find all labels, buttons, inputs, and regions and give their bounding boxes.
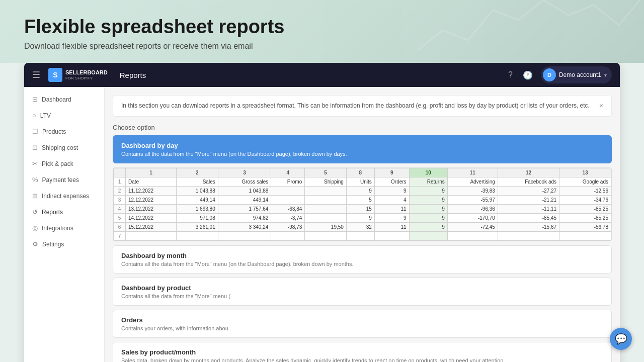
col-header-8: 8 (346, 168, 374, 177)
col-header-1: 1 (126, 168, 177, 177)
col-header-rownum (114, 168, 126, 177)
option-dashboard-by-product[interactable]: Dashboard by product Contains all the da… (113, 278, 612, 306)
col-header-9: 9 (374, 168, 409, 177)
nav-icons: ? 🕐 D Demo account1 ▾ (506, 66, 612, 83)
sidebar-item-pickpack[interactable]: ✂ Pick & pack (26, 156, 102, 171)
choose-option-label: Choose option (113, 124, 612, 131)
table-row: 5 14.12.2022 971,08 974,82 -3,74 9 9 9 -… (114, 213, 611, 222)
option-desc: Sales data, broken down by months and pr… (121, 357, 603, 362)
col-header-12: 12 (498, 168, 559, 177)
user-menu[interactable]: D Demo account1 ▾ (541, 66, 612, 83)
col-header-10: 10 (409, 168, 447, 177)
sidebar-item-label: Dashboard (42, 96, 71, 103)
sidebar-item-dashboard[interactable]: ⊞ Dashboard (26, 92, 102, 107)
sidebar-item-label: Payment fees (42, 176, 79, 184)
spreadsheet-preview: 1 2 3 4 5 8 9 10 11 12 13 (113, 167, 612, 241)
app-shell: ☰ S SELLERBOARD FOR SHOPIFY Reports ? 🕐 … (24, 63, 620, 362)
sidebar-item-label: Settings (42, 241, 64, 248)
page-title: Reports (120, 71, 146, 79)
sidebar-item-label: Indirect expenses (42, 193, 89, 200)
col-header-5: 5 (305, 168, 347, 177)
sidebar-item-shipping[interactable]: ⊡ Shipping cost (26, 140, 102, 155)
sidebar-item-reports[interactable]: ↺ Reports (26, 204, 102, 220)
hero-section: Flexible spreadsheet reports Download fl… (0, 0, 644, 63)
option-desc: Contains all the data from the "More" me… (121, 151, 603, 157)
sidebar: ⊞ Dashboard ○ LTV ☐ Products ⊡ Shipping … (24, 87, 105, 362)
hero-subtitle: Download flexible spreadsheet reports or… (24, 42, 620, 51)
option-title: Orders (121, 316, 603, 324)
col-header-11: 11 (447, 168, 498, 177)
pickpack-icon: ✂ (32, 160, 38, 167)
dashboard-icon: ⊞ (32, 96, 38, 103)
option-title: Dashboard by product (121, 284, 603, 292)
col-header-4: 4 (271, 168, 305, 177)
col-header-13: 13 (559, 168, 611, 177)
option-title: Dashboard by month (121, 252, 603, 259)
sidebar-item-indirect[interactable]: ⊟ Indirect expenses (26, 188, 102, 204)
sidebar-item-label: Reports (42, 209, 63, 216)
settings-icon: ⚙ (32, 240, 38, 248)
sidebar-item-settings[interactable]: ⚙ Settings (26, 236, 102, 252)
content-area: ⊞ Dashboard ○ LTV ☐ Products ⊡ Shipping … (24, 87, 620, 362)
shipping-icon: ⊡ (32, 144, 38, 151)
sidebar-item-label: Shipping cost (42, 144, 78, 151)
integrations-icon: ◎ (32, 224, 38, 232)
table-row: 7 (114, 231, 611, 240)
sheet-table: 1 2 3 4 5 8 9 10 11 12 13 (113, 168, 611, 241)
sidebar-item-ltv[interactable]: ○ LTV (26, 108, 102, 123)
reports-icon: ↺ (32, 208, 38, 216)
chat-bubble[interactable]: 💬 (610, 328, 632, 350)
option-desc: Contains your orders, with information a… (121, 325, 603, 331)
table-row: 4 13.12.2022 1 693,80 1 757,64 -63,84 15… (114, 204, 611, 213)
logo-text: SELLERBOARD (65, 69, 108, 75)
option-orders[interactable]: Orders Contains your orders, with inform… (113, 310, 612, 338)
table-row: 3 12.12.2022 449,14 449,14 5 4 9 -55,97 … (114, 195, 611, 204)
option-dashboard-by-month[interactable]: Dashboard by month Contains all the data… (113, 245, 612, 274)
table-row: 6 15.12.2022 3 261,01 3 340,24 -98,73 19… (114, 222, 611, 231)
option-dashboard-by-day[interactable]: Dashboard by day Contains all the data f… (113, 135, 612, 163)
chevron-down-icon: ▾ (604, 72, 607, 78)
sidebar-item-label: Pick & pack (42, 160, 73, 167)
logo-area: S SELLERBOARD FOR SHOPIFY (48, 68, 108, 82)
info-banner: In this section you can download reports… (113, 95, 612, 117)
indirect-icon: ⊟ (32, 192, 38, 200)
top-nav: ☰ S SELLERBOARD FOR SHOPIFY Reports ? 🕐 … (24, 63, 620, 87)
products-icon: ☐ (32, 128, 38, 135)
logo-subtext: FOR SHOPIFY (65, 76, 108, 80)
col-header-2: 2 (177, 168, 218, 177)
sidebar-item-label: Integrations (42, 225, 73, 232)
option-sales-by-product[interactable]: Sales by product/month Sales data, broke… (113, 342, 612, 362)
sidebar-item-products[interactable]: ☐ Products (26, 124, 102, 139)
payment-icon: % (32, 176, 38, 184)
clock-icon[interactable]: 🕐 (521, 68, 535, 82)
option-title: Sales by product/month (121, 348, 603, 356)
sidebar-item-label: Products (42, 128, 66, 135)
hamburger-icon[interactable]: ☰ (32, 69, 40, 80)
help-icon[interactable]: ? (506, 68, 515, 81)
main-content: In this section you can download reports… (105, 87, 620, 362)
sidebar-item-integrations[interactable]: ◎ Integrations (26, 220, 102, 236)
option-desc: Contains all the data from the "More" me… (121, 293, 603, 299)
sidebar-item-payment[interactable]: % Payment fees (26, 172, 102, 188)
col-header-3: 3 (218, 168, 271, 177)
table-row: 2 11.12.2022 1 043,88 1 043,88 9 9 9 -39… (114, 186, 611, 195)
ltv-icon: ○ (32, 112, 36, 119)
hero-title: Flexible spreadsheet reports (24, 16, 620, 38)
table-row: 1 Date Sales Gross sales Promo Shipping … (114, 177, 611, 186)
option-title: Dashboard by day (121, 142, 603, 149)
sidebar-item-label: LTV (40, 112, 51, 119)
close-icon[interactable]: × (599, 102, 603, 110)
user-name: Demo account1 (559, 71, 601, 78)
option-desc: Contains all the data from the "More" me… (121, 261, 603, 267)
info-banner-text: In this section you can download reports… (121, 102, 590, 110)
user-avatar: D (543, 68, 556, 81)
